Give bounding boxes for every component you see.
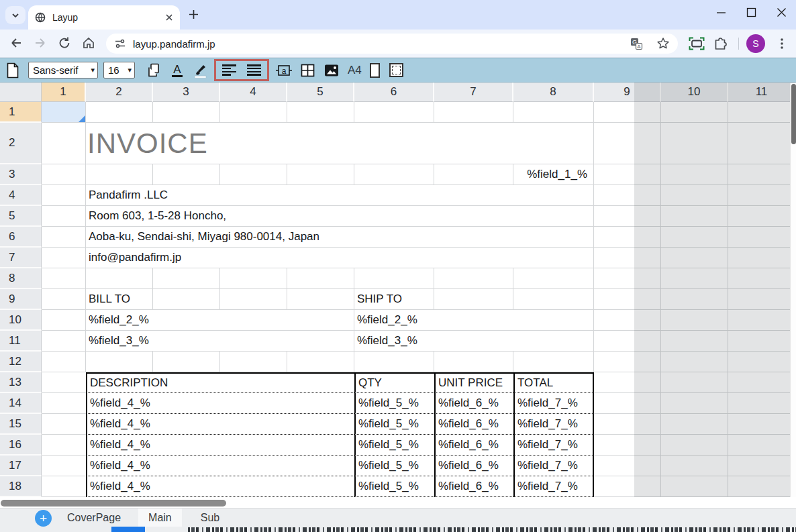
table-data-cell[interactable]: %field_4_% — [86, 456, 354, 476]
new-tab-button[interactable] — [188, 9, 199, 20]
row-header[interactable]: 6 — [0, 227, 42, 248]
grid-cell[interactable] — [220, 268, 287, 289]
grid-cell[interactable] — [42, 206, 86, 227]
grid-cell[interactable] — [42, 123, 86, 164]
row-header[interactable]: 3 — [0, 164, 42, 185]
reload-button[interactable] — [58, 36, 71, 50]
tab-search-button[interactable] — [5, 6, 26, 24]
table-data-cell[interactable]: %field_6_% — [434, 456, 513, 476]
field-cell[interactable]: %field_2_% — [86, 310, 354, 331]
grid-cell[interactable] — [661, 331, 728, 352]
grid-cell[interactable] — [42, 372, 86, 393]
window-maximize-button[interactable] — [746, 7, 756, 17]
page-orientation-portrait-icon[interactable] — [370, 63, 380, 78]
sheet-tab-coverpage[interactable]: CoverPage — [64, 512, 123, 524]
back-button[interactable] — [9, 36, 23, 50]
profile-avatar[interactable]: S — [746, 34, 765, 53]
column-header[interactable]: 8 — [513, 83, 594, 102]
horizontal-scrollbar[interactable] — [0, 497, 796, 508]
page-size-label[interactable]: A4 — [348, 64, 362, 77]
table-data-cell[interactable]: %field_5_% — [354, 435, 434, 456]
grid-cell[interactable] — [728, 414, 796, 435]
column-header[interactable]: 9 — [594, 83, 661, 102]
grid-cell[interactable] — [728, 476, 796, 497]
row-header[interactable]: 14 — [0, 393, 42, 414]
grid-cell[interactable] — [594, 331, 661, 352]
grid-cell[interactable] — [354, 164, 434, 185]
company-address-cell[interactable]: Room 603, 1-5-28 Honcho, — [86, 206, 594, 227]
grid-cell[interactable] — [354, 102, 434, 123]
grid-cell[interactable] — [661, 476, 728, 497]
fill-color-icon[interactable] — [193, 62, 209, 78]
grid-cell[interactable] — [354, 352, 434, 372]
table-data-cell[interactable]: %field_5_% — [354, 393, 434, 414]
grid-cell[interactable] — [434, 102, 513, 123]
grid-cell[interactable] — [594, 476, 661, 497]
grid-cell[interactable] — [42, 331, 86, 352]
row-header[interactable]: 8 — [0, 268, 42, 289]
window-minimize-button[interactable] — [716, 7, 726, 17]
grid-cell[interactable] — [594, 372, 661, 393]
grid-cell[interactable] — [661, 393, 728, 414]
tab-close-icon[interactable] — [165, 13, 173, 21]
grid-cell[interactable] — [513, 102, 594, 123]
row-header[interactable]: 7 — [0, 248, 42, 268]
grid-cell[interactable] — [86, 102, 153, 123]
column-header[interactable]: 2 — [86, 83, 153, 102]
grid-cell[interactable] — [287, 352, 354, 372]
field-cell[interactable]: %field_1_% — [513, 164, 594, 185]
grid-cell[interactable] — [86, 352, 153, 372]
grid-cell[interactable] — [728, 331, 796, 352]
column-header[interactable]: 11 — [728, 83, 796, 102]
horizontal-scrollbar-thumb[interactable] — [1, 500, 226, 507]
row-header[interactable]: 13 — [0, 372, 42, 393]
vertical-scrollbar-thumb[interactable] — [791, 84, 796, 144]
company-email-cell[interactable]: info@pandafirm.jp — [86, 248, 594, 268]
font-size-select[interactable]: 16 ▾ — [103, 62, 135, 78]
row-header[interactable]: 2 — [0, 123, 42, 164]
grid-cell[interactable] — [728, 185, 796, 206]
grid-cell[interactable] — [287, 102, 354, 123]
invoice-title-cell[interactable]: INVOICE — [86, 123, 594, 164]
grid-cell[interactable] — [220, 164, 287, 185]
grid-cell[interactable] — [661, 164, 728, 185]
insert-image-icon[interactable] — [324, 63, 340, 78]
grid-cell[interactable] — [728, 372, 796, 393]
grid-cell[interactable] — [594, 185, 661, 206]
grid-cell[interactable] — [661, 206, 728, 227]
grid-cell[interactable] — [220, 102, 287, 123]
grid-cell[interactable] — [661, 227, 728, 248]
grid-cell[interactable] — [42, 185, 86, 206]
sheet-tab-sub[interactable]: Sub — [198, 512, 222, 524]
table-data-cell[interactable]: %field_4_% — [86, 414, 354, 435]
grid-cell[interactable] — [661, 123, 728, 164]
site-settings-icon[interactable] — [114, 38, 126, 50]
grid-cell[interactable] — [153, 268, 220, 289]
grid-cell[interactable] — [153, 164, 220, 185]
ship-to-cell[interactable]: SHIP TO — [354, 289, 434, 310]
grid-cell[interactable] — [728, 456, 796, 476]
grid-cell[interactable] — [42, 248, 86, 268]
grid-cell[interactable] — [728, 164, 796, 185]
extensions-puzzle-icon[interactable] — [713, 37, 728, 52]
grid-cell[interactable] — [728, 352, 796, 372]
table-data-cell[interactable]: %field_7_% — [513, 456, 594, 476]
grid-cell[interactable] — [728, 123, 796, 164]
grid-cell[interactable] — [594, 164, 661, 185]
grid-cell[interactable] — [728, 227, 796, 248]
grid-cell[interactable] — [42, 414, 86, 435]
table-data-cell[interactable]: %field_7_% — [513, 393, 594, 414]
row-header[interactable]: 5 — [0, 206, 42, 227]
bill-to-cell[interactable]: BILL TO — [86, 289, 153, 310]
table-data-cell[interactable]: %field_6_% — [434, 476, 513, 497]
table-data-cell[interactable]: %field_5_% — [354, 414, 434, 435]
selected-cell[interactable] — [42, 102, 86, 123]
grid-cell[interactable] — [594, 268, 661, 289]
table-header-cell[interactable]: UNIT PRICE — [434, 372, 513, 393]
grid-cell[interactable] — [42, 227, 86, 248]
row-header[interactable]: 17 — [0, 456, 42, 476]
row-header[interactable]: 12 — [0, 352, 42, 372]
grid-cell[interactable] — [42, 289, 86, 310]
add-sheet-button[interactable]: + — [35, 510, 52, 527]
grid-cell[interactable] — [661, 456, 728, 476]
